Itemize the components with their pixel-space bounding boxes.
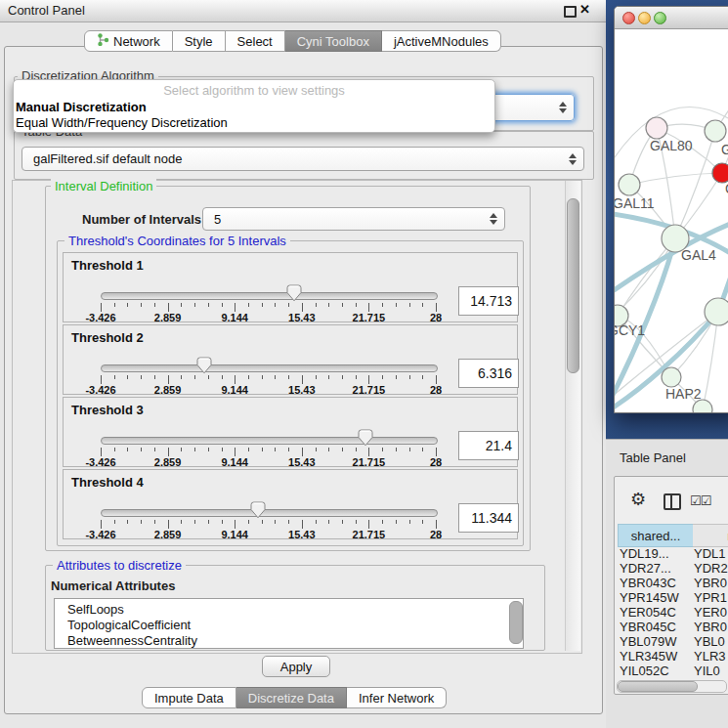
table-row[interactable]: YBR043CYBR0 [615, 576, 728, 590]
network-node-ga[interactable] [705, 120, 726, 142]
threshold-value-field[interactable]: 14.713 [458, 286, 519, 316]
slider-tick [127, 520, 128, 524]
slider-tick-label: 15.43 [288, 384, 316, 396]
slider-tick [302, 303, 303, 312]
slider-tick-label: 9.144 [221, 384, 248, 396]
threshold-slider-track[interactable] [101, 509, 438, 517]
threshold-value-field[interactable]: 21.4 [458, 431, 519, 460]
close-panel-icon[interactable]: ✕ [579, 2, 590, 17]
dropdown-item-equal-width-frequency[interactable]: Equal Width/Frequency Discretization [16, 115, 228, 130]
table-row[interactable]: YDR27...YDR2 [615, 561, 728, 576]
horizontal-scrollbar-thumb[interactable] [618, 681, 698, 692]
threshold-value-field[interactable]: 6.316 [458, 359, 519, 388]
thresholds-group-label: Threshold's Coordinates for 5 Intervals [64, 234, 290, 248]
threshold-slider-handle[interactable] [358, 429, 373, 447]
apply-button[interactable]: Apply [262, 656, 330, 677]
network-view-window[interactable]: GAL80GACGAL11GAL4GCY1HHAP2 [614, 6, 728, 413]
slider-tick [409, 520, 410, 524]
slider-tick [248, 520, 249, 524]
list-scrollbar-thumb[interactable] [509, 601, 523, 644]
threshold-slider-track[interactable] [101, 364, 438, 372]
slider-tick [342, 375, 343, 379]
tab-cyni-toolbox[interactable]: Cyni Toolbox [285, 30, 382, 52]
column-header-name[interactable]: na [693, 524, 728, 547]
network-node-label: GA [721, 142, 728, 157]
slider-tick [181, 303, 182, 307]
tab-impute-data[interactable]: Impute Data [142, 687, 236, 708]
slider-tick [368, 448, 369, 456]
vertical-scrollbar-thumb[interactable] [567, 198, 579, 373]
select-columns-icon[interactable]: ☑☑ [690, 493, 710, 508]
slider-tick [302, 520, 303, 529]
table-row[interactable]: YLR345WYLR3 [615, 649, 728, 664]
number-of-intervals-combobox[interactable]: 5 [202, 207, 505, 231]
network-canvas[interactable]: GAL80GACGAL11GAL4GCY1HHAP2 [615, 29, 728, 412]
number-of-intervals-value: 5 [214, 208, 221, 230]
gear-icon[interactable]: ⚙ [630, 489, 646, 510]
slider-tick-label: 28 [430, 312, 442, 323]
slider-tick [342, 448, 343, 451]
threshold-slider-handle[interactable] [250, 501, 266, 519]
network-edge[interactable] [629, 173, 722, 185]
table-row[interactable]: YPR145WYPR1 [615, 590, 728, 605]
column-header-shared[interactable]: shared... [618, 524, 694, 547]
threshold-value-field[interactable]: 11.344 [458, 503, 519, 533]
slider-tick [194, 303, 195, 307]
tab-select-label: Select [237, 34, 273, 49]
network-node-gal80[interactable] [646, 117, 667, 139]
table-row[interactable]: YIL052CYIL0 [615, 664, 728, 678]
minimize-window-icon[interactable] [638, 12, 651, 24]
threshold-slider-handle[interactable] [196, 357, 212, 374]
slider-tick [168, 303, 169, 312]
table-row[interactable]: YDL19...YDL1 [615, 546, 728, 561]
slider-tick [101, 375, 102, 384]
threshold-slider-track[interactable] [101, 292, 438, 300]
table-row[interactable]: YER054CYER0 [615, 605, 728, 620]
network-node-h[interactable] [705, 298, 728, 325]
cell-shared-name: YBL079W [615, 634, 689, 649]
table-row[interactable]: YBR045CYBR0 [615, 620, 728, 634]
slider-tick [436, 375, 437, 384]
table-data-combobox[interactable]: galFiltered.sif default node [21, 147, 584, 171]
combo-arrows-icon [490, 213, 497, 225]
slider-tick-label: -3.426 [85, 384, 115, 396]
table-row[interactable]: YBL079WYBL0 [615, 634, 728, 649]
slider-tick-label: 28 [430, 456, 442, 468]
slider-tick [194, 520, 195, 524]
slider-tick-label: 28 [430, 529, 442, 540]
attribute-list-item[interactable]: TopologicalCoefficient [55, 618, 523, 633]
network-node-hap2[interactable] [662, 367, 681, 387]
slider-tick [141, 303, 142, 307]
slider-tick [422, 448, 423, 451]
numerical-attributes-list[interactable]: SelfLoopsTopologicalCoefficientBetweenne… [54, 598, 524, 649]
slider-tick [316, 448, 317, 451]
tab-select[interactable]: Select [226, 30, 285, 52]
slider-tick [114, 303, 115, 307]
slider-tick-label: -3.426 [85, 456, 115, 468]
slider-tick [288, 375, 289, 379]
tab-network[interactable]: Network [84, 30, 173, 52]
slider-tick [114, 520, 115, 524]
close-window-icon[interactable] [622, 12, 635, 24]
threshold-slider-track[interactable] [101, 437, 438, 445]
attribute-list-item[interactable]: SelfLoops [55, 602, 523, 618]
dropdown-item-manual-discretization[interactable]: Manual Discretization [16, 100, 147, 114]
interval-definition-group-label: Interval Definition [51, 179, 156, 193]
tab-discretize-data[interactable]: Discretize Data [236, 687, 347, 708]
slider-tick [368, 375, 369, 384]
network-node-c[interactable] [712, 163, 728, 183]
attribute-list-item[interactable]: BetweennessCentrality [55, 633, 523, 649]
slider-tick-labels: -3.4262.8599.14415.4321.71528 [101, 456, 436, 468]
tab-style[interactable]: Style [173, 30, 226, 52]
threshold-slider-handle[interactable] [286, 284, 302, 302]
tab-jactivemnodules[interactable]: jActiveMNodules [382, 30, 501, 52]
slider-tick [328, 375, 329, 379]
float-window-icon[interactable] [564, 6, 577, 18]
apply-button-label: Apply [280, 660, 313, 674]
tab-infer-network[interactable]: Infer Network [347, 687, 447, 708]
network-node-gal11[interactable] [619, 174, 640, 195]
zoom-window-icon[interactable] [654, 12, 666, 24]
slider-tick [181, 448, 182, 451]
column-layout-icon[interactable] [664, 493, 681, 510]
slider-tick-label: 2.859 [154, 456, 182, 468]
